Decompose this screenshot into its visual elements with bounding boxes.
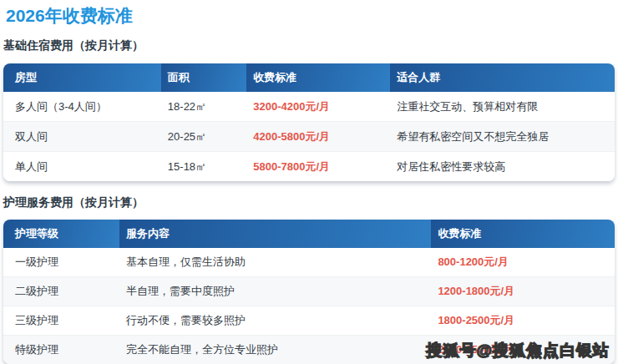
cell-price: 3200-4200元/月 xyxy=(246,92,390,121)
section-heading-nursing: 护理服务费用（按月计算） xyxy=(3,195,615,209)
section-heading-accommodation: 基础住宿费用（按月计算） xyxy=(3,38,615,52)
cell-audience: 希望有私密空间又不想完全独居 xyxy=(390,122,615,151)
cell-area: 20-25㎡ xyxy=(161,122,246,151)
table-row: 二级护理 半自理，需要中度照护 1200-1800元/月 xyxy=(3,276,615,306)
cell-service: 完全不能自理，全方位专业照护 xyxy=(119,336,431,364)
table-row: 三级护理 行动不便，需要较多照护 1800-2500元/月 xyxy=(3,306,615,335)
table-row: 多人间（3-4人间） 18-22㎡ 3200-4200元/月 注重社交互动、预算… xyxy=(3,92,615,121)
cell-price: 1800-2500元/月 xyxy=(431,306,615,335)
page-title: 2026年收费标准 xyxy=(6,5,615,26)
column-header-fee: 收费标准 xyxy=(431,220,615,248)
column-header-fee: 收费标准 xyxy=(246,63,390,92)
table-header-row: 房型 面积 收费标准 适合人群 xyxy=(3,63,615,92)
column-header-area: 面积 xyxy=(161,63,246,92)
cell-care-level: 三级护理 xyxy=(3,306,119,335)
table-row: 一级护理 基本自理，仅需生活协助 800-1200元/月 xyxy=(3,248,615,276)
cell-care-level: 二级护理 xyxy=(3,277,119,306)
cell-service: 行动不便，需要较多照护 xyxy=(119,306,431,335)
column-header-care-level: 护理等级 xyxy=(3,220,119,248)
cell-service: 半自理，需要中度照护 xyxy=(119,277,431,306)
column-header-audience: 适合人群 xyxy=(390,63,615,92)
table-row: 双人间 20-25㎡ 4200-5800元/月 希望有私密空间又不想完全独居 xyxy=(3,121,615,151)
cell-price: 5800-7800元/月 xyxy=(246,152,390,181)
column-header-service: 服务内容 xyxy=(119,220,431,248)
cell-room-type: 多人间（3-4人间） xyxy=(3,92,161,121)
cell-price: 4200-5800元/月 xyxy=(246,122,390,151)
cell-room-type: 单人间 xyxy=(3,152,161,181)
cell-care-level: 一级护理 xyxy=(3,248,119,276)
cell-audience: 注重社交互动、预算相对有限 xyxy=(390,92,615,121)
cell-price: 1200-1800元/月 xyxy=(431,277,615,306)
cell-service: 基本自理，仅需生活协助 xyxy=(119,248,431,276)
table-row: 单人间 15-18㎡ 5800-7800元/月 对居住私密性要求较高 xyxy=(3,151,615,181)
cell-area: 15-18㎡ xyxy=(161,152,246,181)
cell-area: 18-22㎡ xyxy=(161,92,246,121)
column-header-room-type: 房型 xyxy=(3,63,161,92)
cell-price: 800-1200元/月 xyxy=(431,248,615,276)
cell-room-type: 双人间 xyxy=(3,122,161,151)
watermark: 搜狐号@搜狐焦点白银站 xyxy=(426,340,610,361)
cell-audience: 对居住私密性要求较高 xyxy=(390,152,615,181)
cell-care-level: 特级护理 xyxy=(3,336,119,364)
accommodation-fees-table: 房型 面积 收费标准 适合人群 多人间（3-4人间） 18-22㎡ 3200-4… xyxy=(3,63,615,181)
article-page: 2026年收费标准 基础住宿费用（按月计算） 房型 面积 收费标准 适合人群 多… xyxy=(0,5,618,364)
table-header-row: 护理等级 服务内容 收费标准 xyxy=(3,220,615,248)
